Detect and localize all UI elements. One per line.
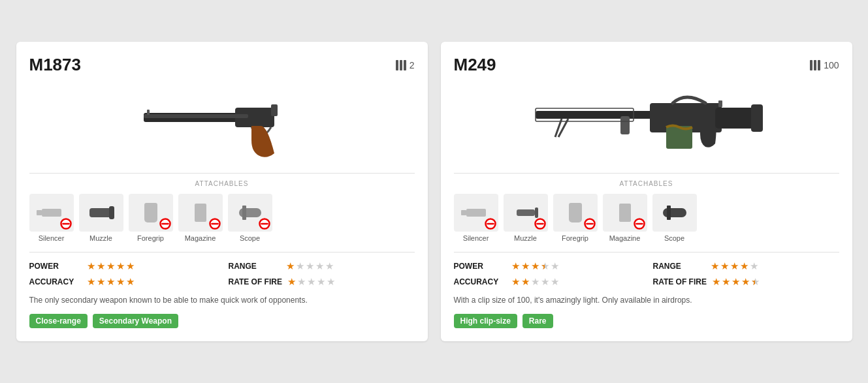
star-full: ★ <box>731 276 740 288</box>
svg-rect-21 <box>536 111 666 119</box>
attach-item-scope: Scope <box>652 194 697 242</box>
stat-row-power: POWER ★★★ ★ ★ ★ <box>454 260 640 272</box>
star-empty: ★ <box>551 276 559 288</box>
weapon-image-container <box>29 82 415 166</box>
star-empty: ★ <box>541 276 549 288</box>
attach-item-foregrip: Foregrip <box>129 194 173 242</box>
star-full: ★ <box>711 260 719 272</box>
svg-rect-27 <box>751 104 763 132</box>
tag[interactable]: Secondary Weapon <box>93 314 178 328</box>
star-full: ★ <box>730 260 739 272</box>
star-empty: ★ <box>297 276 306 288</box>
attach-label: Scope <box>664 234 684 242</box>
star-full: ★ <box>521 276 530 288</box>
card-header: M249 100 <box>454 55 839 75</box>
ammo-icon <box>810 60 820 70</box>
star-full: ★ <box>116 260 125 272</box>
attach-item-muzzle: Muzzle <box>79 194 123 242</box>
attach-label: Silencer <box>39 234 65 242</box>
svg-rect-2 <box>271 104 278 116</box>
star-full: ★ <box>521 260 530 272</box>
cards-container: M1873 2 ATTACHA <box>16 42 852 341</box>
attach-label: Foregrip <box>137 234 164 242</box>
star-full: ★ <box>87 260 95 272</box>
star-full: ★ <box>741 276 750 288</box>
stat-row-range: RANGE ★★★★★ <box>653 260 839 272</box>
attachables-section: ATTACHABLES Silencer <box>29 173 415 242</box>
star-full: ★ <box>87 276 95 288</box>
attach-item-muzzle: Muzzle <box>504 194 548 242</box>
attachables-grid: Silencer Muzzle <box>454 194 839 242</box>
star-full: ★ <box>116 276 125 288</box>
stats-section: POWER ★★★ ★ ★ ★ RANGE ★★★★★ ACCURACY ★★★… <box>454 252 839 306</box>
stats-section: POWER ★★★★★ RANGE ★★★★★ ACCURACY ★★★★★ R… <box>29 252 415 306</box>
ammo-icon <box>396 60 406 70</box>
weapon-tags: Close-rangeSecondary Weapon <box>29 314 415 328</box>
star-full: ★ <box>722 276 730 288</box>
star-full: ★ <box>106 260 115 272</box>
attachables-label: ATTACHABLES <box>29 180 415 187</box>
attach-box <box>504 194 548 232</box>
card-m249: M249 100 <box>441 42 852 341</box>
stats-grid: POWER ★★★ ★ ★ ★ RANGE ★★★★★ ACCURACY ★★★… <box>454 260 839 288</box>
scope-icon <box>663 208 686 217</box>
star-half: ★ ★ <box>751 276 760 288</box>
attach-label: Foregrip <box>562 234 588 242</box>
magazine-icon <box>619 204 631 222</box>
ammo-count: 2 <box>396 60 415 70</box>
silencer-icon <box>466 209 486 217</box>
stat-row-power: POWER ★★★★★ <box>29 260 216 272</box>
stat-label: ACCURACY <box>29 277 82 286</box>
star-empty: ★ <box>551 260 559 272</box>
ammo-number: 100 <box>824 60 839 70</box>
muzzle-icon <box>517 209 535 216</box>
card-header: M1873 2 <box>29 55 415 75</box>
star-empty: ★ <box>306 260 314 272</box>
star-empty: ★ <box>327 276 335 288</box>
ammo-number: 2 <box>410 60 415 70</box>
star-full: ★ <box>511 260 520 272</box>
tag[interactable]: Close-range <box>29 314 88 328</box>
weapon-title: M249 <box>454 55 496 75</box>
card-m1873: M1873 2 ATTACHA <box>16 42 428 341</box>
stat-label: RATE OF FIRE <box>229 277 282 286</box>
attach-item-foregrip: Foregrip <box>553 194 598 242</box>
attach-label: Magazine <box>609 234 641 242</box>
scope-icon <box>239 208 261 217</box>
star-full: ★ <box>126 276 135 288</box>
stat-label: POWER <box>29 262 82 271</box>
weapon-description: The only secondary weapon known to be ab… <box>29 294 415 306</box>
stat-row-accuracy: ACCURACY ★★★★★ <box>29 276 216 288</box>
attachables-grid: Silencer Muzzle <box>29 194 415 242</box>
stat-label: RATE OF FIRE <box>653 277 707 286</box>
star-half: ★ ★ <box>541 260 549 272</box>
star-full: ★ <box>511 276 520 288</box>
weapon-tags: High clip-sizeRare <box>454 314 839 328</box>
attach-item-scope: Scope <box>228 194 272 242</box>
svg-rect-3 <box>144 114 248 118</box>
stat-label: RANGE <box>229 262 281 271</box>
stat-row-range: RANGE ★★★★★ <box>229 260 415 272</box>
star-full: ★ <box>720 260 729 272</box>
weapon-image <box>522 85 771 163</box>
star-full: ★ <box>106 276 115 288</box>
stat-row-rate-of-fire: RATE OF FIRE ★★★★★ <box>229 276 415 288</box>
attach-item-magazine: Magazine <box>178 194 223 242</box>
star-full: ★ <box>712 276 720 288</box>
attach-box <box>79 194 123 232</box>
star-empty: ★ <box>325 260 334 272</box>
tag[interactable]: Rare <box>522 314 553 328</box>
weapon-image <box>124 88 320 160</box>
svg-rect-30 <box>718 100 722 107</box>
attach-label: Magazine <box>185 234 216 242</box>
stat-label: ACCURACY <box>454 277 506 286</box>
star-full: ★ <box>97 260 105 272</box>
svg-rect-28 <box>620 116 630 134</box>
attachables-label: ATTACHABLES <box>454 180 839 187</box>
stats-grid: POWER ★★★★★ RANGE ★★★★★ ACCURACY ★★★★★ R… <box>29 260 415 288</box>
tag[interactable]: High clip-size <box>454 314 517 328</box>
ammo-count: 100 <box>810 60 839 70</box>
attach-item-magazine: Magazine <box>603 194 647 242</box>
attach-item-silencer: Silencer <box>29 194 74 242</box>
stat-row-accuracy: ACCURACY ★★★★★ <box>454 276 640 288</box>
